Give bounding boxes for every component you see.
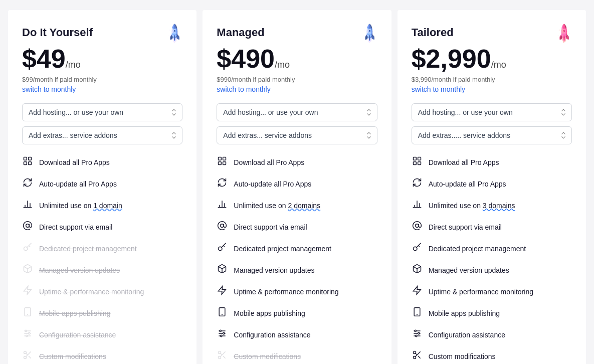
feature-item: Download all Pro Apps: [217, 151, 377, 173]
feature-item: Uptime & performance monitoring: [412, 281, 572, 302]
extras-select-wrapper: Add extras... service addons: [22, 126, 182, 144]
hosting-select-wrapper: Add hosting... or use your own: [217, 103, 377, 121]
plan-monthly-note: $99/month if paid monthly: [22, 76, 182, 83]
svg-marker-40: [219, 286, 226, 295]
svg-rect-30: [223, 162, 226, 165]
svg-rect-55: [418, 157, 421, 160]
extras-select[interactable]: Add extras..... service addons: [412, 126, 572, 144]
refresh-icon: [217, 177, 228, 190]
svg-rect-1: [29, 157, 32, 160]
hosting-select[interactable]: Add hosting... or use your own: [217, 103, 377, 121]
switch-monthly-link[interactable]: switch to monthly: [412, 85, 572, 93]
svg-point-21: [26, 335, 28, 336]
svg-point-23: [24, 356, 27, 359]
feature-item: Configuration assistance: [217, 324, 377, 345]
extras-select[interactable]: Add extras... service addons: [217, 126, 377, 144]
plan-icon: 🚀: [361, 26, 377, 42]
svg-line-79: [418, 356, 421, 358]
svg-line-26: [26, 353, 28, 355]
feature-text: Download all Pro Apps: [234, 158, 304, 166]
mobile-icon: [22, 307, 33, 319]
svg-point-19: [25, 330, 27, 331]
svg-line-52: [223, 356, 226, 358]
feature-item: Configuration assistance: [412, 324, 572, 345]
feature-item: Managed version updates: [217, 259, 377, 281]
svg-point-35: [221, 224, 224, 228]
plan-name: Do It Yourself: [22, 26, 93, 39]
feature-text: Managed version updates: [429, 266, 509, 274]
feature-text: Uptime & performance monitoring: [234, 288, 338, 296]
scissors-icon: [22, 350, 33, 362]
plan-price-value: $49: [22, 44, 66, 73]
hosting-select[interactable]: Add hosting... or use your own: [22, 103, 182, 121]
feature-item: Configuration assistance: [22, 324, 182, 345]
svg-point-47: [223, 332, 225, 334]
feature-text: Mobile apps publishing: [39, 309, 110, 317]
feature-text: Configuration assistance: [234, 331, 310, 339]
feature-text: Dedicated project management: [429, 245, 526, 253]
svg-point-62: [415, 224, 419, 228]
feature-item: Download all Pro Apps: [22, 151, 182, 173]
switch-monthly-link[interactable]: switch to monthly: [217, 85, 377, 93]
svg-marker-13: [24, 286, 32, 295]
extras-select[interactable]: Add extras... service addons: [22, 126, 182, 144]
svg-rect-28: [223, 157, 226, 160]
plan-monthly-note: $990/month if paid monthly: [217, 76, 377, 83]
extras-select-wrapper: Add extras..... service addons: [412, 126, 572, 144]
plan-period: /mo: [275, 60, 290, 70]
feature-text: Uptime & performance monitoring: [429, 288, 533, 296]
svg-line-53: [221, 353, 222, 355]
refresh-icon: [22, 177, 33, 190]
feature-item: Direct support via email: [412, 216, 572, 238]
feature-item: Mobile apps publishing: [22, 302, 182, 324]
feature-text: Unlimited use on 3 domains: [429, 202, 515, 210]
feature-text: Download all Pro Apps: [429, 158, 499, 166]
key-icon: [22, 242, 33, 255]
feature-text: Managed version updates: [39, 266, 120, 274]
grid-icon: [217, 156, 228, 168]
plan-card-tailored: Tailored 🚀 $2,990/mo $3,990/month if pai…: [398, 10, 586, 364]
feature-text: Configuration assistance: [429, 331, 505, 339]
plan-icon: 🚀: [556, 26, 572, 42]
plan-card-diy: Do It Yourself 🚀 $49/mo $99/month if pai…: [8, 10, 196, 364]
svg-rect-0: [24, 157, 27, 160]
feature-text: Managed version updates: [234, 266, 314, 274]
svg-line-11: [29, 246, 31, 247]
feature-item: Dedicated project management: [217, 238, 377, 259]
svg-rect-29: [219, 162, 222, 165]
feature-item: Uptime & performance monitoring: [217, 281, 377, 302]
plan-header: Tailored 🚀: [412, 26, 572, 42]
key-icon: [217, 242, 228, 255]
feature-text: Custom modifications: [39, 352, 106, 360]
plan-period: /mo: [66, 60, 81, 70]
svg-point-76: [413, 351, 416, 354]
box-icon: [217, 264, 228, 276]
at-icon: [22, 221, 33, 233]
at-icon: [412, 221, 423, 233]
chart-icon: [217, 199, 228, 212]
svg-rect-3: [29, 162, 32, 165]
plan-icon: 🚀: [166, 26, 182, 42]
svg-line-25: [29, 356, 31, 358]
feature-text: Auto-update all Pro Apps: [429, 180, 506, 188]
sliders-icon: [217, 328, 228, 341]
switch-monthly-link[interactable]: switch to monthly: [22, 85, 182, 93]
hosting-select[interactable]: Add hosting... or use your own: [412, 103, 572, 121]
svg-line-64: [416, 243, 421, 248]
plan-period: /mo: [491, 60, 506, 70]
plan-card-managed: Managed 🚀 $490/mo $990/month if paid mon…: [203, 10, 391, 364]
svg-line-65: [418, 246, 420, 247]
feature-text: Direct support via email: [429, 223, 502, 231]
feature-text: Download all Pro Apps: [39, 158, 110, 166]
feature-item: Custom modifications: [412, 345, 572, 364]
svg-line-10: [27, 243, 32, 248]
feature-text: Custom modifications: [234, 352, 301, 360]
svg-line-37: [221, 243, 226, 248]
feature-text: Auto-update all Pro Apps: [234, 180, 311, 188]
grid-icon: [412, 156, 423, 168]
svg-point-48: [221, 335, 222, 336]
hosting-select-wrapper: Add hosting... or use your own: [412, 103, 572, 121]
feature-item: Download all Pro Apps: [412, 151, 572, 173]
extras-select-wrapper: Add extras... service addons: [217, 126, 377, 144]
feature-item: Auto-update all Pro Apps: [412, 173, 572, 195]
